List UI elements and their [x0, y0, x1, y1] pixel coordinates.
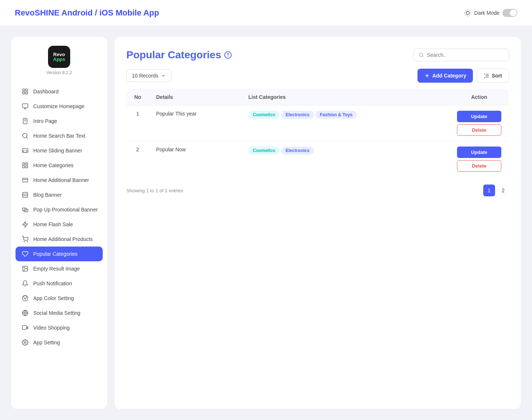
svg-rect-25: [26, 166, 28, 168]
sidebar-item-popular-categories[interactable]: Popular Categories: [16, 247, 103, 261]
sidebar-label-home-flash-sale: Home Flash Sale: [33, 221, 73, 227]
table-row: 2Popular NowCosmeticsElectronicsUpdateDe…: [127, 141, 509, 177]
cell-details: Popular This year: [149, 106, 241, 141]
pagination-nums: 1 2: [483, 185, 509, 196]
sidebar-label-pop-up-promotional-banner: Pop Up Promotional Banner: [33, 207, 98, 213]
sort-button[interactable]: Sort: [477, 69, 509, 83]
sidebar-item-home-sliding-banner[interactable]: Home Sliding Banner: [16, 143, 103, 158]
version-text: Version 8.2.2: [46, 70, 72, 75]
video-shopping-icon: [21, 324, 29, 331]
sidebar-label-video-shopping: Video Shopping: [33, 325, 70, 331]
sidebar-item-dashboard[interactable]: Dashboard: [16, 84, 103, 99]
logo-apps: Apps: [53, 57, 65, 62]
sidebar-item-push-notification[interactable]: Push Notification: [16, 276, 103, 291]
sidebar-item-home-categories[interactable]: Home Categories: [16, 158, 103, 173]
dark-mode-toggle[interactable]: Dark Mode: [464, 9, 517, 17]
pagination-area: Showing 1 to 1 of 1 entries 1 2: [126, 185, 509, 196]
sidebar-item-home-additional-banner[interactable]: Home Additional Banner: [16, 173, 103, 187]
svg-rect-23: [26, 163, 28, 165]
add-category-button[interactable]: Add Category: [417, 69, 473, 83]
data-table: No Details List Categories Action 1Popul…: [126, 89, 509, 177]
records-dropdown[interactable]: 10 Records: [126, 69, 171, 82]
home-additional-products-icon: [21, 235, 29, 243]
home-search-bar-text-icon: [21, 132, 29, 140]
category-tag: Cosmetics: [248, 147, 280, 155]
update-button[interactable]: Update: [457, 147, 501, 158]
svg-point-0: [466, 11, 469, 14]
pop-up-promotional-banner-icon: [21, 206, 29, 213]
sidebar-label-empty-result-image: Empty Result Image: [33, 266, 80, 272]
sidebar-item-social-media-setting[interactable]: Social Media Setting: [16, 306, 103, 320]
sidebar-item-empty-result-image[interactable]: Empty Result Image: [16, 261, 103, 276]
page-header: Popular Categories ?: [126, 49, 509, 61]
svg-point-37: [24, 267, 24, 268]
dark-mode-label: Dark Mode: [474, 10, 499, 16]
dark-mode-switch[interactable]: [502, 9, 517, 17]
sidebar-label-intro-page: Intro Page: [33, 118, 57, 124]
info-icon[interactable]: ?: [224, 51, 232, 59]
social-media-setting-icon: [21, 309, 29, 317]
sidebar-label-social-media-setting: Social Media Setting: [33, 310, 81, 316]
col-action: Action: [450, 89, 509, 106]
sidebar-label-blog-banner: Blog Banner: [33, 192, 62, 198]
svg-rect-26: [23, 178, 28, 182]
sidebar-label-dashboard: Dashboard: [33, 89, 59, 94]
page-1[interactable]: 1: [483, 185, 495, 196]
app-title: RevoSHINE Android / iOS Mobile App: [15, 8, 159, 18]
search-input[interactable]: [427, 52, 504, 58]
svg-rect-11: [23, 92, 24, 94]
toolbar: 10 Records Add Category: [126, 69, 509, 83]
home-additional-banner-icon: [21, 176, 29, 184]
sidebar-label-home-search-bar-text: Home Search Bar Text: [33, 133, 85, 139]
app-setting-icon: [21, 339, 29, 346]
svg-rect-13: [23, 104, 28, 108]
plus-icon: [424, 73, 430, 79]
svg-line-4: [470, 15, 470, 15]
category-tag: Cosmetics: [248, 111, 280, 119]
search-box[interactable]: [413, 49, 509, 61]
page-title-area: Popular Categories ?: [126, 49, 232, 61]
logo-box: Revo Apps: [48, 46, 70, 68]
sidebar-item-home-search-bar-text[interactable]: Home Search Bar Text: [16, 128, 103, 143]
sort-icon: [484, 73, 490, 79]
cell-action: UpdateDelete: [450, 141, 509, 177]
home-sliding-banner-icon: [21, 147, 29, 154]
sidebar-item-home-flash-sale[interactable]: Home Flash Sale: [16, 217, 103, 232]
page-title: Popular Categories: [126, 49, 221, 61]
category-tag: Electronics: [281, 147, 314, 155]
cell-no: 2: [127, 141, 149, 177]
sidebar-label-push-notification: Push Notification: [33, 280, 72, 286]
page-2[interactable]: 2: [497, 185, 509, 196]
sidebar-item-app-color-setting[interactable]: App Color Setting: [16, 291, 103, 306]
intro-page-icon: [21, 117, 29, 125]
svg-line-8: [470, 10, 470, 11]
sidebar-item-video-shopping[interactable]: Video Shopping: [16, 320, 103, 335]
category-tag: Fashion & Toys: [316, 111, 357, 119]
svg-rect-24: [23, 166, 24, 168]
svg-rect-9: [23, 89, 24, 91]
svg-point-35: [27, 241, 28, 242]
update-button[interactable]: Update: [457, 111, 501, 122]
records-label: 10 Records: [132, 73, 158, 79]
customize-homepage-icon: [21, 103, 29, 110]
svg-line-7: [465, 15, 466, 15]
sidebar-item-app-setting[interactable]: App Setting: [16, 335, 103, 350]
cell-tags: CosmeticsElectronics: [241, 141, 450, 177]
add-category-label: Add Category: [432, 73, 466, 79]
logo-area: Revo Apps Version 8.2.2: [46, 46, 72, 75]
sidebar-item-customize-homepage[interactable]: Customize Homepage: [16, 99, 103, 114]
top-header: RevoSHINE Android / iOS Mobile App Dark …: [0, 0, 532, 26]
sidebar-item-home-additional-products[interactable]: Home Additional Products: [16, 232, 103, 247]
main-layout: Revo Apps Version 8.2.2 Dashboard: [0, 26, 532, 420]
sidebar-item-intro-page[interactable]: Intro Page: [16, 114, 103, 128]
main-content: Popular Categories ? 10 Records: [115, 37, 521, 409]
sidebar-item-pop-up-promotional-banner[interactable]: Pop Up Promotional Banner: [16, 202, 103, 217]
blog-banner-icon: [21, 191, 29, 199]
delete-button[interactable]: Delete: [457, 124, 501, 136]
cell-details: Popular Now: [149, 141, 241, 177]
push-notification-icon: [21, 280, 29, 287]
delete-button[interactable]: Delete: [457, 160, 501, 172]
chevron-down-icon: [161, 73, 166, 78]
svg-rect-21: [23, 149, 28, 153]
sidebar-item-blog-banner[interactable]: Blog Banner: [16, 187, 103, 202]
